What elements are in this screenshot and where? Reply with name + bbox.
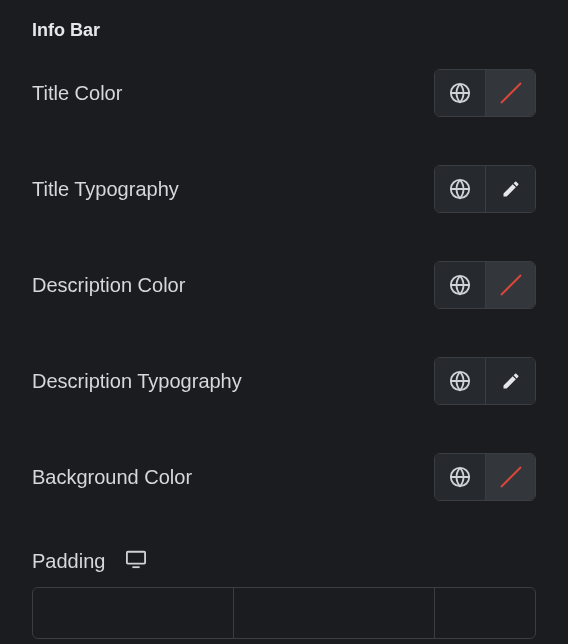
- edit-typography-button[interactable]: [485, 358, 535, 404]
- row-description-typography: Description Typography: [32, 357, 536, 405]
- label-title-color: Title Color: [32, 82, 122, 105]
- control-description-color: [434, 261, 536, 309]
- globe-button[interactable]: [435, 454, 485, 500]
- empty-color-icon: [496, 462, 526, 492]
- label-title-typography: Title Typography: [32, 178, 179, 201]
- pencil-icon: [501, 179, 521, 199]
- color-swatch-button[interactable]: [485, 454, 535, 500]
- svg-line-2: [501, 83, 521, 103]
- empty-color-icon: [496, 78, 526, 108]
- responsive-toggle[interactable]: [125, 549, 147, 573]
- globe-icon: [449, 274, 471, 296]
- pencil-icon: [501, 371, 521, 391]
- globe-icon: [449, 370, 471, 392]
- label-padding: Padding: [32, 550, 105, 573]
- control-title-typography: [434, 165, 536, 213]
- row-background-color: Background Color: [32, 453, 536, 501]
- globe-button[interactable]: [435, 70, 485, 116]
- globe-icon: [449, 82, 471, 104]
- padding-right-input[interactable]: [234, 588, 435, 638]
- globe-button[interactable]: [435, 358, 485, 404]
- svg-rect-13: [127, 552, 145, 564]
- section-title: Info Bar: [32, 20, 536, 41]
- padding-inputs: [32, 587, 536, 639]
- control-title-color: [434, 69, 536, 117]
- globe-icon: [449, 178, 471, 200]
- globe-button[interactable]: [435, 262, 485, 308]
- edit-typography-button[interactable]: [485, 166, 535, 212]
- color-swatch-button[interactable]: [485, 70, 535, 116]
- control-background-color: [434, 453, 536, 501]
- empty-color-icon: [496, 270, 526, 300]
- padding-bottom-input[interactable]: [435, 588, 536, 638]
- desktop-icon: [125, 549, 147, 569]
- control-description-typography: [434, 357, 536, 405]
- label-background-color: Background Color: [32, 466, 192, 489]
- row-title-color: Title Color: [32, 69, 536, 117]
- globe-button[interactable]: [435, 166, 485, 212]
- padding-header: Padding: [32, 549, 536, 573]
- svg-line-7: [501, 275, 521, 295]
- row-description-color: Description Color: [32, 261, 536, 309]
- label-description-typography: Description Typography: [32, 370, 242, 393]
- svg-line-12: [501, 467, 521, 487]
- color-swatch-button[interactable]: [485, 262, 535, 308]
- label-description-color: Description Color: [32, 274, 185, 297]
- row-title-typography: Title Typography: [32, 165, 536, 213]
- globe-icon: [449, 466, 471, 488]
- padding-top-input[interactable]: [33, 588, 234, 638]
